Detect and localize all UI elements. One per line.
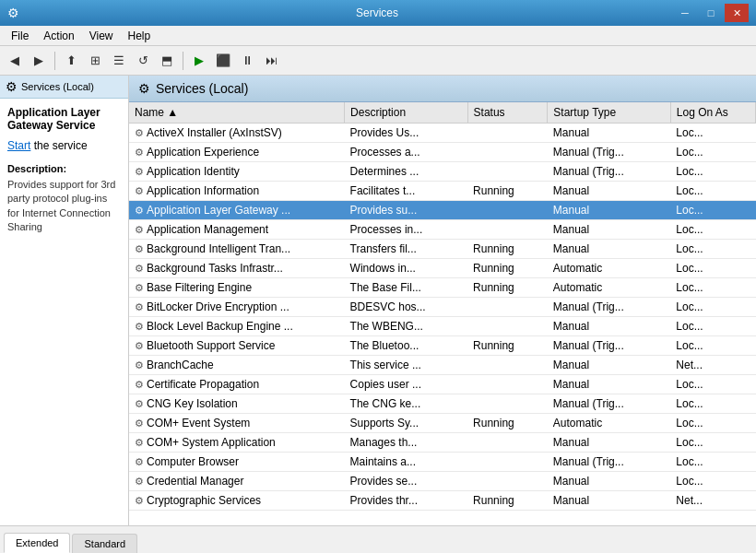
table-row[interactable]: ⚙Background Tasks Infrastr...Windows in.… [129, 259, 756, 278]
service-status-cell [467, 143, 548, 162]
col-header-name[interactable]: Name ▲ [129, 102, 345, 124]
pause-button[interactable]: ⏸ [236, 50, 258, 72]
menu-view[interactable]: View [82, 28, 121, 44]
properties-button[interactable]: ☰ [108, 50, 130, 72]
service-logon-cell: Loc... [670, 278, 755, 298]
refresh-button[interactable]: ↺ [132, 50, 154, 72]
toolbar: ◀ ▶ ⬆ ⊞ ☰ ↺ ⬒ ▶ ⬛ ⏸ ⏭ [0, 46, 756, 76]
table-row[interactable]: ⚙Application ExperienceProcesses a...Man… [129, 143, 756, 162]
service-startup-cell: Automatic [548, 278, 670, 298]
col-header-status[interactable]: Status [467, 102, 548, 124]
service-startup-cell: Manual (Trig... [548, 298, 670, 317]
main-container: ⚙ Services (Local) Application Layer Gat… [0, 76, 756, 525]
service-name-cell: ⚙Application Experience [129, 143, 345, 162]
export-button[interactable]: ⬒ [156, 50, 178, 72]
service-status-cell [467, 317, 548, 336]
service-name-cell: ⚙Credential Manager [129, 472, 345, 491]
service-gear-icon: ⚙ [135, 495, 144, 506]
left-panel-title: Services (Local) [21, 81, 94, 92]
service-gear-icon: ⚙ [135, 456, 144, 467]
forward-button[interactable]: ▶ [28, 50, 50, 72]
table-row[interactable]: ⚙Base Filtering EngineThe Base Fil...Run… [129, 278, 756, 298]
service-gear-icon: ⚙ [135, 340, 144, 351]
service-logon-cell: Loc... [670, 414, 755, 433]
service-status-cell [467, 472, 548, 491]
table-row[interactable]: ⚙Credential ManagerProvides se...ManualL… [129, 472, 756, 491]
service-logon-cell: Net... [670, 356, 755, 375]
service-desc-cell: The WBENG... [345, 317, 467, 336]
start-service-link[interactable]: Start [7, 139, 30, 152]
toolbar-separator-1 [54, 52, 55, 70]
minimize-button[interactable]: ─ [673, 4, 697, 22]
service-name-cell: ⚙Bluetooth Support Service [129, 336, 345, 356]
table-row[interactable]: ⚙Bluetooth Support ServiceThe Bluetoo...… [129, 336, 756, 356]
service-desc-cell: Maintains a... [345, 453, 467, 472]
service-startup-cell: Manual (Trig... [548, 162, 670, 182]
table-row[interactable]: ⚙Computer BrowserMaintains a...Manual (T… [129, 453, 756, 472]
service-logon-cell: Loc... [670, 298, 755, 317]
service-logon-cell: Loc... [670, 336, 755, 356]
table-row[interactable]: ⚙Application Layer Gateway ...Provides s… [129, 201, 756, 220]
back-button[interactable]: ◀ [4, 50, 26, 72]
col-header-logon[interactable]: Log On As [670, 102, 755, 124]
service-gear-icon: ⚙ [135, 166, 144, 177]
service-status-cell [467, 124, 548, 143]
service-startup-cell: Manual [548, 375, 670, 394]
table-row[interactable]: ⚙Application IdentityDetermines ...Manua… [129, 162, 756, 182]
service-desc-cell: Processes in... [345, 220, 467, 240]
service-gear-icon: ⚙ [135, 359, 144, 371]
service-desc-cell: BDESVC hos... [345, 298, 467, 317]
service-status-cell [467, 201, 548, 220]
maximize-button[interactable]: □ [699, 4, 723, 22]
service-name-cell: ⚙Cryptographic Services [129, 491, 345, 511]
service-logon-cell: Net... [670, 491, 755, 511]
service-status-cell: Running [467, 259, 548, 278]
table-row[interactable]: ⚙BitLocker Drive Encryption ...BDESVC ho… [129, 298, 756, 317]
col-header-startup[interactable]: Startup Type [548, 102, 670, 124]
table-row[interactable]: ⚙Block Level Backup Engine ...The WBENG.… [129, 317, 756, 336]
service-logon-cell: Loc... [670, 317, 755, 336]
table-header-row: Name ▲ Description Status Startup Type L… [129, 102, 756, 124]
table-row[interactable]: ⚙Application ManagementProcesses in...Ma… [129, 220, 756, 240]
restart-button[interactable]: ⏭ [260, 50, 282, 72]
service-desc-cell: Copies user ... [345, 375, 467, 394]
table-row[interactable]: ⚙Application InformationFacilitates t...… [129, 182, 756, 201]
service-name-cell: ⚙Block Level Backup Engine ... [129, 317, 345, 336]
table-row[interactable]: ⚙Cryptographic ServicesProvides thr...Ru… [129, 491, 756, 511]
table-row[interactable]: ⚙Certificate PropagationCopies user ...M… [129, 375, 756, 394]
service-desc-cell: Transfers fil... [345, 240, 467, 259]
table-row[interactable]: ⚙Background Intelligent Tran...Transfers… [129, 240, 756, 259]
service-logon-cell: Loc... [670, 162, 755, 182]
menu-action[interactable]: Action [36, 28, 81, 44]
service-status-cell [467, 298, 548, 317]
services-icon: ⚙ [6, 79, 18, 94]
left-panel-content: Application Layer Gateway Service Start … [0, 99, 128, 525]
service-logon-cell: Loc... [670, 182, 755, 201]
tab-standard[interactable]: Standard [72, 534, 137, 553]
close-button[interactable]: ✕ [725, 4, 749, 22]
service-startup-cell: Manual [548, 182, 670, 201]
menu-file[interactable]: File [4, 28, 36, 44]
up-button[interactable]: ⬆ [60, 50, 82, 72]
table-row[interactable]: ⚙CNG Key IsolationThe CNG ke...Manual (T… [129, 394, 756, 414]
menu-help[interactable]: Help [121, 28, 159, 44]
table-row[interactable]: ⚙COM+ Event SystemSupports Sy...RunningA… [129, 414, 756, 433]
table-row[interactable]: ⚙BranchCacheThis service ...ManualNet... [129, 356, 756, 375]
service-name-cell: ⚙Background Intelligent Tran... [129, 240, 345, 259]
service-status-cell: Running [467, 336, 548, 356]
table-row[interactable]: ⚙ActiveX Installer (AxInstSV)Provides Us… [129, 124, 756, 143]
stop-button[interactable]: ⬛ [212, 50, 234, 72]
play-button[interactable]: ▶ [188, 50, 210, 72]
service-startup-cell: Manual [548, 356, 670, 375]
service-gear-icon: ⚙ [135, 437, 144, 448]
service-name-cell: ⚙COM+ System Application [129, 433, 345, 453]
tab-extended[interactable]: Extended [4, 533, 70, 553]
link-suffix: the service [30, 139, 87, 152]
service-status-cell: Running [467, 491, 548, 511]
service-status-cell: Running [467, 240, 548, 259]
right-panel-title: Services (Local) [156, 81, 248, 96]
table-row[interactable]: ⚙COM+ System ApplicationManages th...Man… [129, 433, 756, 453]
services-table-container[interactable]: Name ▲ Description Status Startup Type L… [129, 102, 756, 525]
col-header-desc[interactable]: Description [345, 102, 467, 124]
show-hide-button[interactable]: ⊞ [84, 50, 106, 72]
